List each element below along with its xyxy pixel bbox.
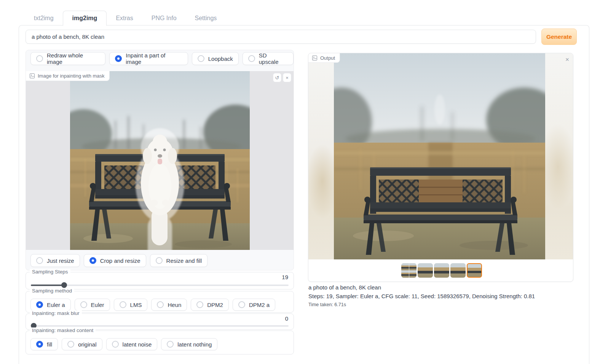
mode-option-label: Redraw whole image [47, 52, 100, 65]
radio-unchecked-icon [248, 55, 255, 62]
masked-content-option-label: fill [47, 341, 52, 348]
sampler-option-euler[interactable]: Euler [75, 299, 110, 311]
picture-icon [30, 73, 35, 78]
sampling-steps-slider[interactable] [31, 282, 289, 288]
radio-unchecked-icon [112, 341, 119, 348]
sampling-method-field: Sampling method Euler a Euler LMS Heun D… [26, 291, 294, 313]
slider-track [31, 325, 289, 327]
resize-mode-radio-group: Just resize Crop and resize Resize and f… [30, 254, 207, 267]
tab-bar: txt2img img2img Extras PNG Info Settings [19, 11, 589, 25]
thumbnail-grid-all-results[interactable] [401, 263, 417, 278]
sampling-method-radio-group: Euler a Euler LMS Heun DPM2 DPM2 a [30, 299, 275, 311]
radio-unchecked-icon [238, 301, 245, 308]
sampling-steps-value: 19 [282, 274, 288, 280]
sampler-option-lms[interactable]: LMS [114, 299, 148, 311]
mode-option-label: SD upscale [259, 52, 288, 65]
radio-unchecked-icon [80, 301, 87, 308]
mask-blur-label: Inpainting: mask blur [30, 310, 82, 316]
mode-option-inpaint-part[interactable]: Inpaint a part of image [109, 52, 188, 65]
output-caption-time-taken: Time taken: 6.71s [308, 302, 346, 307]
radio-unchecked-icon [156, 257, 163, 264]
inpaint-image-canvas[interactable]: Image for inpainting with mask ↺ × [26, 71, 294, 250]
close-output-icon[interactable]: × [565, 56, 569, 63]
tab-settings[interactable]: Settings [186, 11, 226, 25]
resize-option-label: Crop and resize [100, 258, 140, 264]
sampler-option-label: Euler [91, 302, 104, 308]
image-area-label: Image for inpainting with mask [38, 73, 105, 79]
radio-unchecked-icon [157, 301, 164, 308]
sampler-option-heun[interactable]: Heun [151, 299, 187, 311]
thumbnail-grid-cell [401, 271, 409, 278]
output-caption-prompt: a photo of a bench, 8K clean [308, 284, 381, 291]
generate-button[interactable]: Generate [541, 29, 577, 45]
tab-png-info[interactable]: PNG Info [142, 11, 186, 25]
mask-blur-value: 0 [285, 315, 288, 322]
clear-image-icon[interactable]: × [283, 73, 291, 82]
tab-img2img[interactable]: img2img [63, 11, 107, 26]
sampler-option-label: Euler a [47, 302, 65, 308]
masked-content-radio-group: fill original latent noise latent nothin… [30, 338, 217, 350]
output-label: Output [320, 55, 335, 61]
tab-extras[interactable]: Extras [107, 11, 142, 25]
sampler-option-dpm2[interactable]: DPM2 [191, 299, 229, 311]
tab-txt2img[interactable]: txt2img [25, 11, 63, 25]
sampler-option-label: Heun [168, 302, 181, 308]
radio-unchecked-icon [120, 301, 126, 308]
output-image[interactable] [334, 53, 545, 259]
slider-track [31, 285, 289, 286]
thumbnail-result-1[interactable] [418, 263, 433, 278]
masked-content-option-original[interactable]: original [62, 338, 102, 350]
main-panel: Generate Redraw whole image Inpaint a pa… [19, 25, 589, 364]
mode-option-sd-upscale[interactable]: SD upscale [243, 52, 294, 65]
thumbnail-result-3[interactable] [450, 263, 466, 278]
output-thumbnail-gallery [401, 263, 482, 278]
thumbnail-result-2[interactable] [434, 263, 449, 278]
output-image-right-edge [545, 53, 573, 259]
sampler-option-euler-a[interactable]: Euler a [30, 299, 71, 311]
img2img-settings-card: Redraw whole image Inpaint a part of ima… [26, 50, 294, 270]
masked-content-option-latent-noise[interactable]: latent noise [106, 338, 158, 350]
mode-option-label: Loopback [208, 56, 233, 62]
masked-content-option-label: original [78, 341, 96, 348]
sampler-option-label: DPM2 a [249, 302, 270, 308]
inpaint-source-photo [70, 71, 250, 250]
masked-content-label: Inpainting: masked content [30, 327, 96, 333]
radio-checked-icon [36, 301, 43, 308]
radio-unchecked-icon [167, 341, 174, 348]
sampling-steps-field: Sampling Steps 19 [26, 272, 294, 289]
picture-icon [312, 56, 317, 60]
mode-option-label: Inpaint a part of image [126, 52, 182, 65]
prompt-input[interactable] [26, 30, 536, 44]
sampling-method-label: Sampling method [30, 288, 74, 294]
mode-option-loopback[interactable]: Loopback [192, 52, 239, 65]
resize-option-label: Just resize [47, 258, 74, 264]
mode-option-redraw-whole-image[interactable]: Redraw whole image [30, 52, 105, 65]
output-panel: Output × [308, 53, 573, 282]
radio-unchecked-icon [67, 341, 74, 348]
radio-unchecked-icon [36, 257, 43, 264]
resize-option-crop-and-resize[interactable]: Crop and resize [84, 254, 146, 267]
sampler-option-label: DPM2 [207, 302, 223, 308]
sampling-steps-label: Sampling Steps [30, 269, 70, 275]
image-area-label-chip: Image for inpainting with mask [26, 71, 110, 81]
masked-content-field: Inpainting: masked content fill original… [26, 331, 294, 354]
output-caption-parameters: Steps: 19, Sampler: Euler a, CFG scale: … [308, 293, 535, 299]
resize-option-label: Resize and fill [166, 258, 202, 264]
undo-icon[interactable]: ↺ [273, 73, 281, 82]
radio-checked-icon [89, 257, 96, 264]
masked-content-option-latent-nothing[interactable]: latent nothing [161, 338, 217, 350]
sampler-option-dpm2-a[interactable]: DPM2 a [233, 299, 275, 311]
inpaint-mode-radio-group: Redraw whole image Inpaint a part of ima… [30, 52, 294, 65]
thumbnail-result-4-selected[interactable] [467, 263, 482, 278]
masked-content-option-fill[interactable]: fill [30, 338, 58, 350]
sampler-option-label: LMS [130, 302, 142, 308]
output-image-left-edge [308, 53, 334, 259]
output-label-chip: Output [308, 53, 340, 63]
slider-thumb[interactable] [61, 282, 67, 288]
radio-checked-icon [36, 341, 43, 348]
radio-unchecked-icon [36, 55, 43, 62]
resize-option-resize-and-fill[interactable]: Resize and fill [150, 254, 207, 267]
resize-option-just-resize[interactable]: Just resize [30, 254, 80, 267]
radio-unchecked-icon [198, 55, 204, 62]
radio-checked-icon [115, 55, 122, 62]
